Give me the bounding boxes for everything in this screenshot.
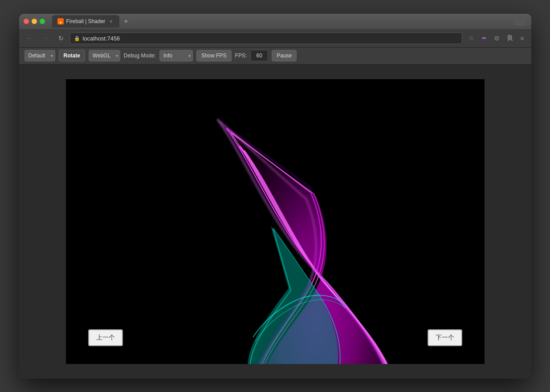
tab-favicon: 🔥 bbox=[57, 18, 64, 24]
address-actions: ☆ ✒ ⚙ 良 ≡ bbox=[466, 32, 526, 44]
refresh-button[interactable]: ↻ bbox=[56, 33, 66, 44]
webgl-select[interactable]: WebGL bbox=[89, 50, 120, 61]
fps-label: FPS: bbox=[235, 53, 247, 59]
active-tab[interactable]: 🔥 Fireball | Shader × bbox=[52, 15, 120, 28]
url-field[interactable]: 🔒 localhost:7456 bbox=[70, 32, 463, 44]
address-bar: ← → ↻ 🔒 localhost:7456 ☆ ✒ ⚙ 良 ≡ bbox=[19, 30, 531, 48]
prev-button[interactable]: 上一个 bbox=[88, 329, 123, 346]
webgl-select-wrapper: WebGL ▾ bbox=[89, 50, 120, 61]
bookmark-button[interactable]: ☆ bbox=[466, 33, 477, 44]
translate-button[interactable]: 良 bbox=[504, 32, 516, 44]
forward-button[interactable]: → bbox=[40, 32, 52, 44]
menu-button[interactable]: ≡ bbox=[517, 33, 526, 44]
shader-canvas: Effect18 bbox=[66, 79, 485, 364]
lock-icon: 🔒 bbox=[74, 36, 80, 41]
maximize-button[interactable] bbox=[40, 19, 45, 24]
tab-close-button[interactable]: × bbox=[108, 18, 114, 24]
canvas-area: Effect18 bbox=[19, 65, 531, 379]
info-select-wrapper: Info None Verbose ▾ bbox=[159, 50, 193, 61]
tab-label: Fireball | Shader bbox=[66, 18, 106, 24]
default-select[interactable]: Default bbox=[24, 50, 55, 61]
downloads-button[interactable] bbox=[513, 17, 527, 26]
default-select-wrapper: Default ▾ bbox=[24, 50, 55, 61]
url-text: localhost:7456 bbox=[83, 35, 120, 42]
back-button[interactable]: ← bbox=[24, 32, 36, 44]
pause-button[interactable]: Pause bbox=[272, 50, 297, 61]
shader-visual bbox=[66, 79, 485, 364]
next-button[interactable]: 下一个 bbox=[428, 329, 462, 346]
toolbar: Default ▾ Rotate WebGL ▾ Debug Mode: Inf… bbox=[19, 48, 531, 65]
title-bar: 🔥 Fireball | Shader × + bbox=[19, 14, 531, 30]
fps-value: 60 bbox=[250, 50, 268, 61]
extensions-button[interactable]: ⚙ bbox=[491, 33, 502, 44]
info-select[interactable]: Info None Verbose bbox=[159, 50, 193, 61]
debug-mode-label: Debug Mode: bbox=[124, 53, 156, 59]
minimize-button[interactable] bbox=[32, 19, 37, 24]
browser-window: 🔥 Fireball | Shader × + ← → ↻ 🔒 localhos… bbox=[19, 14, 531, 379]
pen-icon-button[interactable]: ✒ bbox=[479, 33, 489, 44]
rotate-button[interactable]: Rotate bbox=[59, 50, 85, 61]
window-controls bbox=[24, 19, 45, 24]
new-tab-button[interactable]: + bbox=[121, 16, 130, 26]
show-fps-button[interactable]: Show FPS bbox=[196, 50, 232, 61]
tab-area: 🔥 Fireball | Shader × + bbox=[52, 15, 510, 28]
close-button[interactable] bbox=[24, 19, 29, 24]
